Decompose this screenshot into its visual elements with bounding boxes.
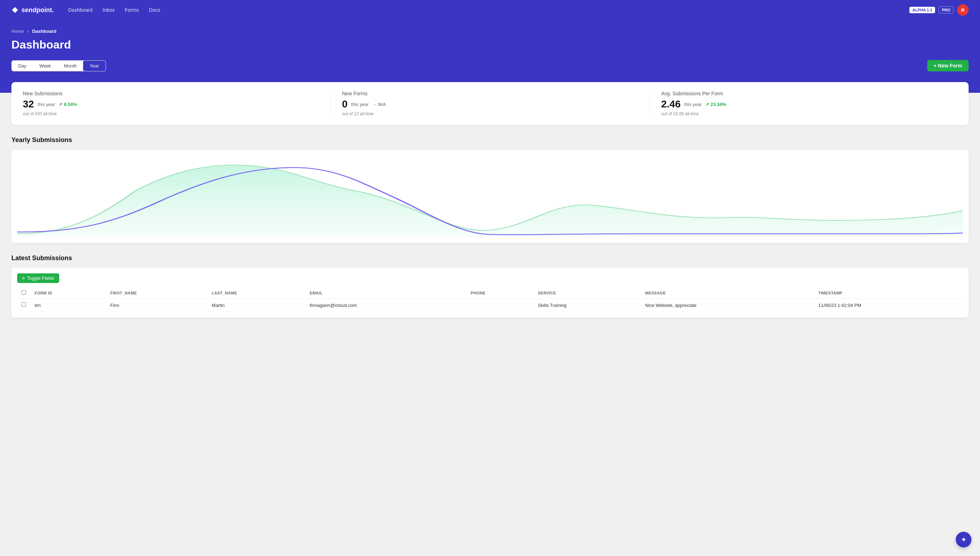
stat-forms: New Forms 0 this year → N/A out of 13 al… (342, 91, 650, 116)
stat-submissions: New Submissions 32 this year ↗ 8.04% out… (23, 91, 330, 116)
row-phone (466, 299, 534, 312)
col-service: SERVICE (534, 287, 641, 299)
row-last-name: Martin (208, 299, 306, 312)
row-email: finnagann@icloud.com (305, 299, 466, 312)
table-title: Latest Submissions (11, 254, 969, 262)
table-section: Latest Submissions ≡ Toggle Fields FORM … (11, 254, 969, 318)
filter-month[interactable]: Month (57, 61, 83, 71)
chart-title: Yearly Submissions (11, 136, 969, 144)
stat-avg-label: Avg. Submissions Per Form (661, 91, 957, 96)
stat-submissions-pct: 8.04% (64, 102, 77, 107)
chart-card (11, 150, 969, 243)
table-header-row: FORM ID FIRST_NAME LAST_NAME EMAIL PHONE… (17, 287, 963, 299)
stat-submissions-value-row: 32 this year ↗ 8.04% (23, 99, 319, 110)
toggle-icon: ≡ (22, 275, 25, 281)
logo-link[interactable]: sendpoint. (11, 6, 54, 14)
row-checkbox[interactable] (21, 302, 26, 307)
time-filter: Day Week Month Year (11, 60, 106, 71)
stat-avg: Avg. Submissions Per Form 2.46 this year… (661, 91, 957, 116)
stat-submissions-change: ↗ 8.04% (58, 102, 77, 107)
stat-submissions-value: 32 (23, 99, 34, 110)
main-nav: Dashboard Inbox Forms Docs (68, 7, 160, 13)
nav-inbox[interactable]: Inbox (103, 7, 115, 13)
stat-forms-pct: N/A (378, 102, 386, 107)
select-all-checkbox[interactable] (21, 290, 26, 295)
col-timestamp: TIMESTAMP (814, 287, 963, 299)
chart-container (17, 155, 963, 237)
breadcrumb-home[interactable]: Home (11, 29, 24, 34)
col-form-id: FORM ID (30, 287, 106, 299)
checkbox-header (17, 287, 30, 299)
stat-submissions-alltime: out of 430 all-time (23, 112, 319, 116)
row-service: Skills Training (534, 299, 641, 312)
table-row: tim Finn Martin finnagann@icloud.com Ski… (17, 299, 963, 312)
table-body: tim Finn Martin finnagann@icloud.com Ski… (17, 299, 963, 312)
nav-dashboard[interactable]: Dashboard (68, 7, 93, 13)
filter-day[interactable]: Day (12, 61, 33, 71)
stat-forms-alltime: out of 13 all-time (342, 112, 638, 116)
alpha-badge: ALPHA 1.1 (909, 7, 935, 13)
toggle-fields-button[interactable]: ≡ Toggle Fields (17, 273, 59, 283)
row-first-name: Finn (106, 299, 208, 312)
table-wrap: ≡ Toggle Fields FORM ID FIRST_NAME LAST_… (11, 268, 969, 318)
page-title: Dashboard (11, 38, 969, 52)
navbar: sendpoint. Dashboard Inbox Forms Docs AL… (0, 0, 980, 20)
navbar-right: ALPHA 1.1 PRO R (909, 4, 969, 16)
breadcrumb-current: Dashboard (32, 29, 56, 34)
logo-icon (11, 6, 19, 14)
stat-submissions-label: New Submissions (23, 91, 319, 96)
chart-section: Yearly Submissions (11, 136, 969, 243)
chart-svg (17, 155, 963, 237)
nav-docs[interactable]: Docs (149, 7, 160, 13)
hero-controls: Day Week Month Year + New Form (11, 60, 969, 71)
row-message: Nice Website, appreciate (641, 299, 814, 312)
main-content: New Submissions 32 this year ↗ 8.04% out… (0, 82, 980, 332)
stat-forms-label: New Forms (342, 91, 638, 96)
stat-avg-value: 2.46 (661, 99, 681, 110)
col-phone: PHONE (466, 287, 534, 299)
stats-card: New Submissions 32 this year ↗ 8.04% out… (11, 82, 969, 125)
breadcrumb: Home › Dashboard (11, 29, 969, 34)
row-form-id: tim (30, 299, 106, 312)
submissions-table: FORM ID FIRST_NAME LAST_NAME EMAIL PHONE… (17, 287, 963, 312)
table-header: FORM ID FIRST_NAME LAST_NAME EMAIL PHONE… (17, 287, 963, 299)
filter-week[interactable]: Week (33, 61, 57, 71)
stat-submissions-arrow: ↗ (58, 102, 63, 107)
stat-forms-value: 0 (342, 99, 348, 110)
col-last-name: LAST_NAME (208, 287, 306, 299)
stat-avg-period: this year (684, 102, 702, 107)
pro-badge: PRO (939, 6, 954, 14)
stat-forms-change: → N/A (372, 102, 386, 107)
logo-text: sendpoint. (21, 6, 54, 14)
stat-avg-alltime: out of 33.08 all-time (661, 112, 957, 116)
stat-forms-value-row: 0 this year → N/A (342, 99, 638, 110)
row-checkbox-cell (17, 299, 30, 312)
col-message: MESSAGE (641, 287, 814, 299)
stat-avg-pct: 23.34% (711, 102, 726, 107)
avatar[interactable]: R (957, 4, 969, 16)
stat-submissions-period: this year (37, 102, 55, 107)
col-first-name: FIRST_NAME (106, 287, 208, 299)
new-form-button[interactable]: + New Form (927, 60, 969, 71)
breadcrumb-arrow: › (27, 29, 29, 34)
col-email: EMAIL (305, 287, 466, 299)
stat-avg-arrow: ↗ (705, 102, 709, 107)
stat-avg-value-row: 2.46 this year ↗ 23.34% (661, 99, 957, 110)
nav-forms[interactable]: Forms (125, 7, 139, 13)
toggle-label: Toggle Fields (27, 275, 55, 281)
row-timestamp: 11/06/23 1:42:04 PM (814, 299, 963, 312)
filter-year[interactable]: Year (83, 61, 105, 71)
stat-avg-change: ↗ 23.34% (705, 102, 727, 107)
stat-forms-arrow: → (372, 102, 377, 107)
stat-forms-period: this year (351, 102, 369, 107)
